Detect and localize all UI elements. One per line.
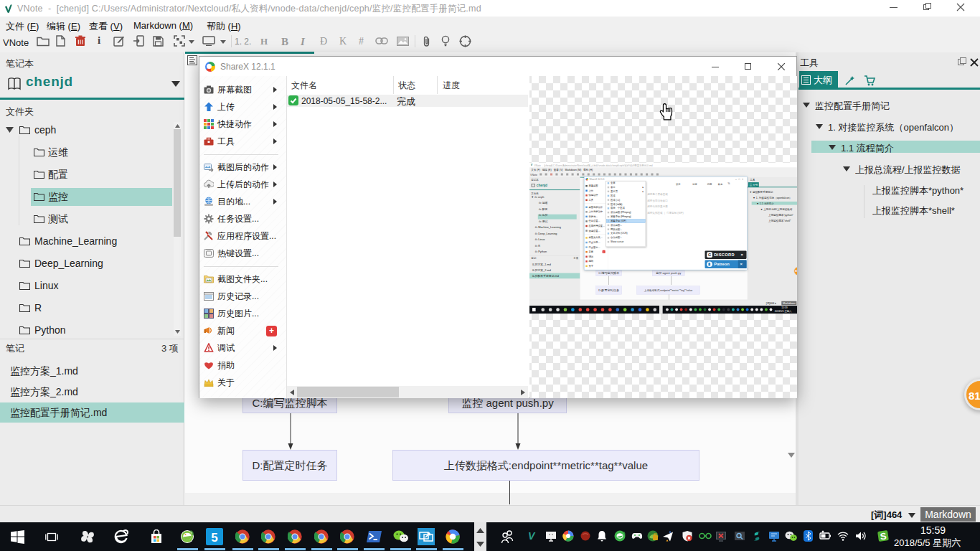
svg-text:5: 5 [211, 531, 217, 545]
